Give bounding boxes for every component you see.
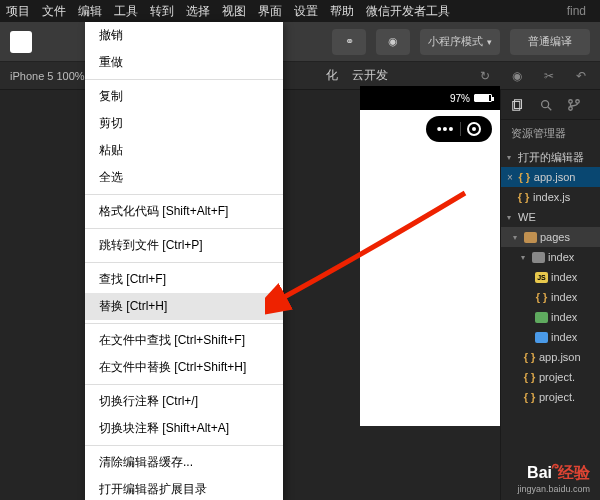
back-icon[interactable]: ↶ bbox=[572, 67, 590, 85]
file-index-js2[interactable]: JSindex bbox=[501, 267, 600, 287]
compile-label: 化 bbox=[326, 67, 338, 84]
svg-point-4 bbox=[569, 99, 573, 103]
menu-item-5[interactable]: 粘贴 bbox=[85, 137, 283, 164]
simulator-statusbar: 97% bbox=[360, 86, 500, 110]
menu-item-19[interactable]: 切换块注释 [Shift+Alt+A] bbox=[85, 415, 283, 442]
battery-percent: 97% bbox=[450, 93, 470, 104]
file-tree: ▾打开的编辑器 ×{ }app.json { }index.js ▾WE ▾pa… bbox=[501, 147, 600, 407]
menu-item-18[interactable]: 切换行注释 [Ctrl+/] bbox=[85, 388, 283, 415]
link-icon[interactable]: ⚭ bbox=[332, 29, 366, 55]
file-index-wxss[interactable]: index bbox=[501, 327, 600, 347]
menu-item-10[interactable]: 跳转到文件 [Ctrl+P] bbox=[85, 232, 283, 259]
menu-goto[interactable]: 转到 bbox=[150, 3, 174, 20]
open-editors-section[interactable]: ▾打开的编辑器 bbox=[501, 147, 600, 167]
search-icon[interactable] bbox=[537, 96, 555, 114]
menu-item-3[interactable]: 复制 bbox=[85, 83, 283, 110]
menu-item-8[interactable]: 格式化代码 [Shift+Alt+F] bbox=[85, 198, 283, 225]
explorer-title: 资源管理器 bbox=[501, 120, 600, 147]
branch-icon[interactable] bbox=[565, 96, 583, 114]
menu-file[interactable]: 文件 bbox=[42, 3, 66, 20]
svg-line-3 bbox=[548, 106, 552, 110]
find-label: find bbox=[567, 4, 594, 18]
menu-interface[interactable]: 界面 bbox=[258, 3, 282, 20]
folder-pages[interactable]: ▾pages bbox=[501, 227, 600, 247]
mode-select[interactable]: 小程序模式 bbox=[420, 29, 500, 55]
files-icon[interactable] bbox=[509, 96, 527, 114]
menu-bar: 项目 文件 编辑 工具 转到 选择 视图 界面 设置 帮助 微信开发者工具 fi… bbox=[0, 0, 600, 22]
svg-point-5 bbox=[569, 106, 573, 110]
menu-project[interactable]: 项目 bbox=[6, 3, 30, 20]
target-icon[interactable] bbox=[467, 122, 481, 136]
menu-edit[interactable]: 编辑 bbox=[78, 3, 102, 20]
watermark: Bai՞经验 jingyan.baidu.com bbox=[517, 463, 590, 494]
menu-view[interactable]: 视图 bbox=[222, 3, 246, 20]
sidebar: 资源管理器 ▾打开的编辑器 ×{ }app.json { }index.js ▾… bbox=[500, 90, 600, 500]
menu-wechat-devtools[interactable]: 微信开发者工具 bbox=[366, 3, 450, 20]
menu-item-12[interactable]: 查找 [Ctrl+F] bbox=[85, 266, 283, 293]
menu-settings[interactable]: 设置 bbox=[294, 3, 318, 20]
menu-item-21[interactable]: 清除编辑器缓存... bbox=[85, 449, 283, 476]
menu-tools[interactable]: 工具 bbox=[114, 3, 138, 20]
folder-we[interactable]: ▾WE bbox=[501, 207, 600, 227]
compile-select[interactable]: 普通编译 bbox=[510, 29, 590, 55]
battery-icon bbox=[474, 94, 492, 102]
menu-item-22[interactable]: 打开编辑器扩展目录 bbox=[85, 476, 283, 500]
svg-point-2 bbox=[542, 100, 549, 107]
file-index-json[interactable]: { }index bbox=[501, 287, 600, 307]
device-label[interactable]: iPhone 5 100% bbox=[10, 70, 85, 82]
eye-icon[interactable]: ◉ bbox=[376, 29, 410, 55]
menu-select[interactable]: 选择 bbox=[186, 3, 210, 20]
capsule-button[interactable]: ••• bbox=[426, 116, 492, 142]
record-icon[interactable]: ◉ bbox=[508, 67, 526, 85]
file-app-json2[interactable]: { }app.json bbox=[501, 347, 600, 367]
simulator: 97% ••• bbox=[360, 86, 500, 426]
file-app-json[interactable]: ×{ }app.json bbox=[501, 167, 600, 187]
avatar[interactable] bbox=[10, 31, 32, 53]
menu-item-16[interactable]: 在文件中替换 [Ctrl+Shift+H] bbox=[85, 354, 283, 381]
menu-item-6[interactable]: 全选 bbox=[85, 164, 283, 191]
file-index-js[interactable]: { }index.js bbox=[501, 187, 600, 207]
menu-item-4[interactable]: 剪切 bbox=[85, 110, 283, 137]
cloud-dev-label[interactable]: 云开发 bbox=[352, 67, 388, 84]
menu-item-1[interactable]: 重做 bbox=[85, 49, 283, 76]
menu-item-0[interactable]: 撤销 bbox=[85, 22, 283, 49]
folder-index[interactable]: ▾index bbox=[501, 247, 600, 267]
menu-help[interactable]: 帮助 bbox=[330, 3, 354, 20]
svg-point-6 bbox=[576, 99, 580, 103]
file-index-wxml[interactable]: index bbox=[501, 307, 600, 327]
file-project1[interactable]: { }project. bbox=[501, 367, 600, 387]
cut-icon[interactable]: ✂ bbox=[540, 67, 558, 85]
menu-dots-icon[interactable]: ••• bbox=[437, 121, 455, 137]
refresh-icon[interactable]: ↻ bbox=[476, 67, 494, 85]
edit-dropdown-menu: 撤销重做复制剪切粘贴全选格式化代码 [Shift+Alt+F]跳转到文件 [Ct… bbox=[85, 22, 283, 500]
menu-item-15[interactable]: 在文件中查找 [Ctrl+Shift+F] bbox=[85, 327, 283, 354]
file-project2[interactable]: { }project. bbox=[501, 387, 600, 407]
menu-item-13[interactable]: 替换 [Ctrl+H] bbox=[85, 293, 283, 320]
